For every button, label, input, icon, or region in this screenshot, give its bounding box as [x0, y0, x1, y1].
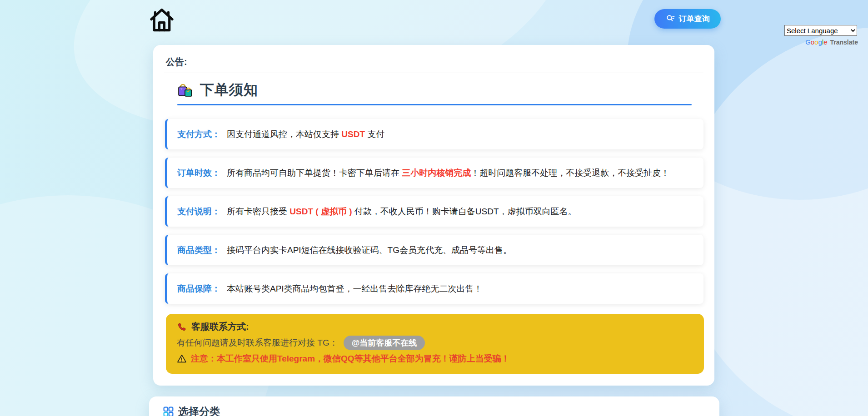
- contact-warning-text: 注意：本工作室只使用Telegram，微信QQ等其他平台全部为冒充！谨防上当受骗…: [191, 353, 510, 365]
- contact-warning-row: 注意：本工作室只使用Telegram，微信QQ等其他平台全部为冒充！谨防上当受骗…: [177, 353, 694, 365]
- contact-title: 客服联系方式:: [191, 321, 249, 333]
- category-grid-icon: [163, 406, 174, 416]
- order-query-label: 订单查询: [679, 14, 710, 24]
- notice-text: 因支付通道风控，本站仅支持 USDT 支付: [227, 129, 384, 140]
- order-query-button[interactable]: 订单查询: [654, 9, 721, 29]
- heading-underline: [177, 104, 692, 105]
- notice-label: 订单时效：: [177, 167, 220, 179]
- category-header: 选择分类: [163, 405, 220, 416]
- google-translate-link[interactable]: Google Translate: [784, 38, 858, 46]
- google-translate-widget: Select Language Google Translate: [784, 25, 858, 46]
- notice-row-order-validity: 订单时效： 所有商品均可自助下单提货！卡密下单后请在 三小时内核销完成！超时问题…: [165, 158, 703, 188]
- language-select[interactable]: Select Language: [784, 25, 857, 36]
- notice-text: 接码平台内实卡API短信在线接收验证码、TG会员充代充、成品号等出售。: [227, 244, 512, 256]
- notice-emphasis: 三小时内核销完成: [402, 168, 471, 178]
- notice-row-product-guarantee: 商品保障： 本站账号类API类商品均包首登，一经出售去除库存绝无二次出售！: [165, 273, 703, 304]
- notice-row-payment-method: 支付方式： 因支付通道风控，本站仅支持 USDT 支付: [165, 119, 703, 149]
- phone-icon: [177, 322, 187, 332]
- shopping-bags-icon: [177, 82, 194, 99]
- search-list-icon: [666, 14, 675, 24]
- category-title: 选择分类: [178, 405, 220, 416]
- divider: [164, 73, 703, 73]
- notice-label: 商品类型：: [177, 244, 220, 256]
- translate-label: Translate: [830, 39, 858, 46]
- google-logo: Google: [805, 38, 827, 46]
- notice-text: 本站账号类API类商品均包首登，一经出售去除库存绝无二次出售！: [227, 283, 483, 295]
- notice-heading: 下单须知: [177, 80, 258, 99]
- warning-icon: [177, 354, 187, 364]
- announcement-card: 公告: 下单须知 支付方式： 因支付通道风控，本站仅支持 USDT 支付 订单时…: [153, 45, 714, 386]
- contact-line-text: 有任何问题请及时联系客服进行对接 TG：: [177, 337, 338, 349]
- notice-text: 所有商品均可自助下单提货！卡密下单后请在 三小时内核销完成！超时问题客服不处理，…: [227, 167, 669, 179]
- notice-emphasis: USDT: [341, 129, 365, 139]
- notice-title: 下单须知: [200, 80, 258, 99]
- notice-label: 商品保障：: [177, 283, 220, 295]
- home-icon: [148, 6, 175, 34]
- notice-emphasis: USDT ( 虚拟币 ): [289, 207, 354, 216]
- notice-label: 支付说明：: [177, 206, 220, 218]
- home-logo[interactable]: [148, 6, 175, 34]
- notice-label: 支付方式：: [177, 129, 220, 140]
- notice-row-product-type: 商品类型： 接码平台内实卡API短信在线接收验证码、TG会员充代充、成品号等出售…: [165, 235, 703, 265]
- notice-row-payment-note: 支付说明： 所有卡密只接受 USDT ( 虚拟币 ) 付款，不收人民币！购卡请自…: [165, 196, 703, 227]
- category-card: 选择分类: [149, 396, 719, 416]
- notice-text: 所有卡密只接受 USDT ( 虚拟币 ) 付款，不收人民币！购卡请自备USDT，…: [227, 206, 577, 218]
- contact-line: 有任何问题请及时联系客服进行对接 TG： @当前客服不在线: [177, 336, 694, 350]
- customer-service-box: 客服联系方式: 有任何问题请及时联系客服进行对接 TG： @当前客服不在线 注意…: [166, 314, 704, 374]
- notice-rows: 支付方式： 因支付通道风控，本站仅支持 USDT 支付 订单时效： 所有商品均可…: [165, 119, 703, 304]
- contact-title-row: 客服联系方式:: [177, 321, 694, 333]
- cs-offline-badge[interactable]: @当前客服不在线: [344, 336, 425, 350]
- announcement-label: 公告:: [166, 56, 187, 68]
